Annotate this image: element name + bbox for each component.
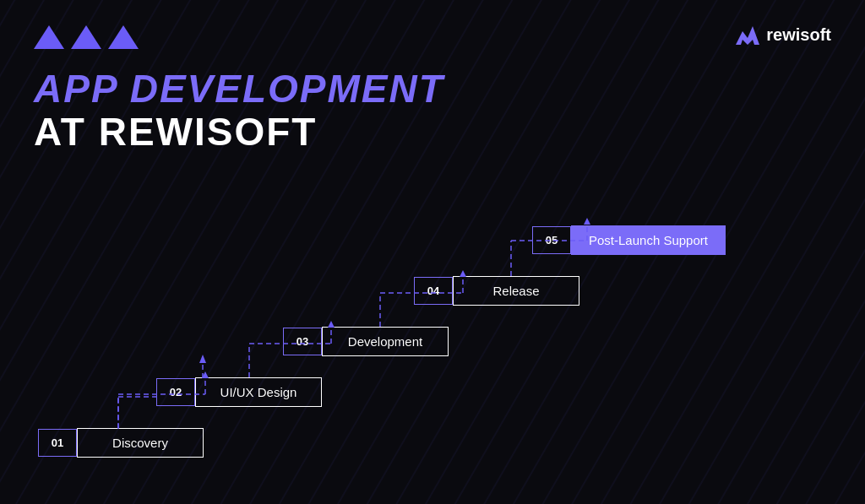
step-01: 01 Discovery: [38, 428, 204, 458]
decorative-triangles: [34, 25, 139, 49]
triangle-1: [34, 25, 64, 49]
title-area: APP DEVELOPMENT AT REWISOFT: [34, 68, 444, 153]
step-03-label: Development: [322, 327, 449, 356]
step-04-label: Release: [453, 276, 579, 306]
step-05-number: 05: [532, 226, 571, 254]
logo-text: rewisoft: [766, 25, 831, 45]
title-line2: AT REWISOFT: [34, 111, 444, 154]
step-02-number: 02: [156, 378, 195, 406]
step-04-number: 04: [414, 277, 453, 305]
step-02: 02 UI/UX Design: [156, 377, 322, 407]
svg-marker-6: [199, 355, 206, 363]
title-line1: APP DEVELOPMENT: [34, 68, 444, 111]
svg-marker-2: [736, 26, 759, 45]
step-03: 03 Development: [283, 327, 449, 356]
step-02-label: UI/UX Design: [195, 377, 322, 407]
step-01-label: Discovery: [77, 428, 204, 458]
svg-marker-22: [584, 218, 590, 225]
logo: rewisoft: [736, 25, 831, 45]
triangle-2: [71, 25, 101, 49]
rewisoft-logo-icon: [736, 26, 759, 45]
step-04: 04 Release: [414, 276, 579, 306]
step-05: 05 Post-Launch Support: [532, 225, 726, 255]
step-01-number: 01: [38, 429, 77, 457]
step-03-number: 03: [283, 328, 322, 355]
triangle-3: [108, 25, 139, 49]
step-05-label: Post-Launch Support: [571, 225, 726, 255]
